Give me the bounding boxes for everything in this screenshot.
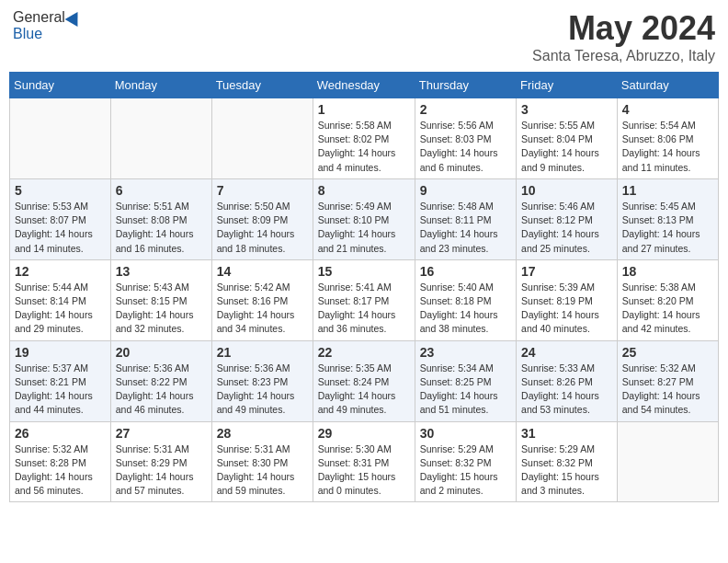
table-row (617, 421, 718, 502)
col-friday: Friday (517, 73, 618, 98)
day-number: 28 (217, 426, 308, 441)
table-row: 5Sunrise: 5:53 AMSunset: 8:07 PMDaylight… (10, 178, 111, 259)
day-number: 13 (116, 264, 207, 279)
calendar-week-row: 1Sunrise: 5:58 AMSunset: 8:02 PMDaylight… (10, 98, 719, 179)
day-info: Sunrise: 5:56 AMSunset: 8:03 PMDaylight:… (420, 119, 511, 175)
calendar-week-row: 19Sunrise: 5:37 AMSunset: 8:21 PMDayligh… (10, 340, 719, 421)
table-row: 23Sunrise: 5:34 AMSunset: 8:25 PMDayligh… (415, 340, 516, 421)
day-info: Sunrise: 5:53 AMSunset: 8:07 PMDaylight:… (15, 200, 106, 256)
table-row: 29Sunrise: 5:30 AMSunset: 8:31 PMDayligh… (313, 421, 415, 502)
table-row: 14Sunrise: 5:42 AMSunset: 8:16 PMDayligh… (211, 259, 313, 340)
table-row: 2Sunrise: 5:56 AMSunset: 8:03 PMDaylight… (415, 98, 516, 179)
day-info: Sunrise: 5:44 AMSunset: 8:14 PMDaylight:… (15, 281, 106, 337)
day-info: Sunrise: 5:31 AMSunset: 8:30 PMDaylight:… (217, 442, 308, 499)
day-info: Sunrise: 5:36 AMSunset: 8:23 PMDaylight:… (217, 362, 308, 418)
table-row: 22Sunrise: 5:35 AMSunset: 8:24 PMDayligh… (313, 340, 415, 421)
day-info: Sunrise: 5:58 AMSunset: 8:02 PMDaylight:… (318, 119, 410, 175)
day-number: 3 (521, 102, 612, 117)
table-row: 30Sunrise: 5:29 AMSunset: 8:32 PMDayligh… (415, 421, 516, 502)
col-tuesday: Tuesday (211, 73, 313, 98)
day-info: Sunrise: 5:34 AMSunset: 8:25 PMDaylight:… (420, 362, 511, 418)
month-year-title: May 2024 (532, 9, 715, 48)
table-row (10, 98, 111, 179)
table-row: 15Sunrise: 5:41 AMSunset: 8:17 PMDayligh… (313, 259, 415, 340)
page-header: General Blue May 2024 Santa Teresa, Abru… (9, 9, 719, 64)
day-number: 17 (521, 264, 612, 279)
logo-blue-text: Blue (13, 26, 42, 42)
table-row: 19Sunrise: 5:37 AMSunset: 8:21 PMDayligh… (10, 340, 111, 421)
table-row: 16Sunrise: 5:40 AMSunset: 8:18 PMDayligh… (415, 259, 516, 340)
day-number: 27 (116, 426, 207, 441)
day-number: 24 (521, 345, 612, 360)
table-row: 7Sunrise: 5:50 AMSunset: 8:09 PMDaylight… (211, 178, 313, 259)
col-saturday: Saturday (617, 73, 718, 98)
table-row: 12Sunrise: 5:44 AMSunset: 8:14 PMDayligh… (10, 259, 111, 340)
table-row: 1Sunrise: 5:58 AMSunset: 8:02 PMDaylight… (313, 98, 415, 179)
day-number: 19 (15, 345, 106, 360)
day-number: 12 (15, 264, 106, 279)
table-row: 17Sunrise: 5:39 AMSunset: 8:19 PMDayligh… (517, 259, 618, 340)
table-row (110, 98, 211, 179)
day-number: 9 (420, 183, 511, 198)
day-number: 6 (116, 183, 207, 198)
title-section: May 2024 Santa Teresa, Abruzzo, Italy (532, 9, 715, 64)
table-row: 18Sunrise: 5:38 AMSunset: 8:20 PMDayligh… (617, 259, 718, 340)
day-number: 29 (318, 426, 410, 441)
day-info: Sunrise: 5:39 AMSunset: 8:19 PMDaylight:… (521, 281, 612, 337)
day-number: 7 (217, 183, 308, 198)
col-thursday: Thursday (415, 73, 516, 98)
day-number: 11 (622, 183, 713, 198)
calendar-header-row: Sunday Monday Tuesday Wednesday Thursday… (10, 73, 719, 98)
table-row: 3Sunrise: 5:55 AMSunset: 8:04 PMDaylight… (517, 98, 618, 179)
day-number: 16 (420, 264, 511, 279)
calendar-week-row: 26Sunrise: 5:32 AMSunset: 8:28 PMDayligh… (10, 421, 719, 502)
day-number: 20 (116, 345, 207, 360)
day-info: Sunrise: 5:40 AMSunset: 8:18 PMDaylight:… (420, 281, 511, 337)
location-subtitle: Santa Teresa, Abruzzo, Italy (532, 48, 715, 64)
logo-general-text: General (13, 9, 65, 26)
day-info: Sunrise: 5:46 AMSunset: 8:12 PMDaylight:… (521, 200, 612, 256)
table-row: 10Sunrise: 5:46 AMSunset: 8:12 PMDayligh… (517, 178, 618, 259)
day-number: 10 (521, 183, 612, 198)
day-info: Sunrise: 5:42 AMSunset: 8:16 PMDaylight:… (217, 281, 308, 337)
day-info: Sunrise: 5:43 AMSunset: 8:15 PMDaylight:… (116, 281, 207, 337)
day-number: 21 (217, 345, 308, 360)
day-number: 15 (318, 264, 410, 279)
table-row: 27Sunrise: 5:31 AMSunset: 8:29 PMDayligh… (110, 421, 211, 502)
table-row: 26Sunrise: 5:32 AMSunset: 8:28 PMDayligh… (10, 421, 111, 502)
day-number: 31 (521, 426, 612, 441)
day-info: Sunrise: 5:31 AMSunset: 8:29 PMDaylight:… (116, 442, 207, 499)
col-sunday: Sunday (10, 73, 111, 98)
table-row: 24Sunrise: 5:33 AMSunset: 8:26 PMDayligh… (517, 340, 618, 421)
day-info: Sunrise: 5:32 AMSunset: 8:27 PMDaylight:… (622, 362, 713, 418)
day-info: Sunrise: 5:29 AMSunset: 8:32 PMDaylight:… (521, 442, 612, 499)
day-number: 14 (217, 264, 308, 279)
day-number: 18 (622, 264, 713, 279)
table-row: 21Sunrise: 5:36 AMSunset: 8:23 PMDayligh… (211, 340, 313, 421)
table-row: 28Sunrise: 5:31 AMSunset: 8:30 PMDayligh… (211, 421, 313, 502)
table-row: 11Sunrise: 5:45 AMSunset: 8:13 PMDayligh… (617, 178, 718, 259)
day-info: Sunrise: 5:30 AMSunset: 8:31 PMDaylight:… (318, 442, 410, 499)
day-info: Sunrise: 5:29 AMSunset: 8:32 PMDaylight:… (420, 442, 511, 499)
table-row: 6Sunrise: 5:51 AMSunset: 8:08 PMDaylight… (110, 178, 211, 259)
day-number: 25 (622, 345, 713, 360)
day-number: 4 (622, 102, 713, 117)
day-info: Sunrise: 5:50 AMSunset: 8:09 PMDaylight:… (217, 200, 308, 256)
day-info: Sunrise: 5:45 AMSunset: 8:13 PMDaylight:… (622, 200, 713, 256)
day-info: Sunrise: 5:33 AMSunset: 8:26 PMDaylight:… (521, 362, 612, 418)
day-number: 30 (420, 426, 511, 441)
day-number: 2 (420, 102, 511, 117)
day-info: Sunrise: 5:48 AMSunset: 8:11 PMDaylight:… (420, 200, 511, 256)
table-row: 9Sunrise: 5:48 AMSunset: 8:11 PMDaylight… (415, 178, 516, 259)
table-row: 20Sunrise: 5:36 AMSunset: 8:22 PMDayligh… (110, 340, 211, 421)
table-row: 13Sunrise: 5:43 AMSunset: 8:15 PMDayligh… (110, 259, 211, 340)
calendar-table: Sunday Monday Tuesday Wednesday Thursday… (9, 72, 719, 502)
day-info: Sunrise: 5:41 AMSunset: 8:17 PMDaylight:… (318, 281, 410, 337)
day-info: Sunrise: 5:55 AMSunset: 8:04 PMDaylight:… (521, 119, 612, 175)
day-info: Sunrise: 5:32 AMSunset: 8:28 PMDaylight:… (15, 442, 106, 499)
table-row: 4Sunrise: 5:54 AMSunset: 8:06 PMDaylight… (617, 98, 718, 179)
calendar-week-row: 5Sunrise: 5:53 AMSunset: 8:07 PMDaylight… (10, 178, 719, 259)
day-info: Sunrise: 5:51 AMSunset: 8:08 PMDaylight:… (116, 200, 207, 256)
logo: General Blue (13, 9, 82, 42)
day-number: 1 (318, 102, 410, 117)
